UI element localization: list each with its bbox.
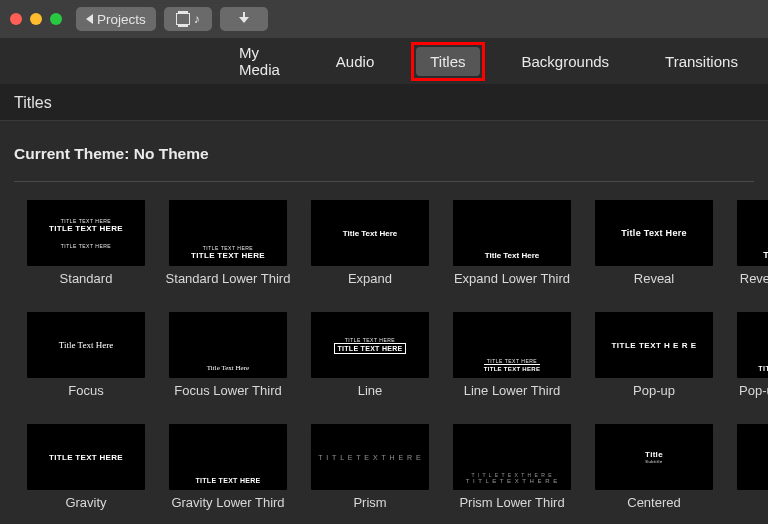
tab-backgrounds[interactable]: Backgrounds: [508, 47, 624, 76]
title-tile-reveal-lower-third[interactable]: Title Text Here Reveal Lower Third: [732, 200, 768, 302]
tile-caption: Reveal Lower Third: [740, 272, 768, 302]
tab-titles[interactable]: Titles: [416, 47, 479, 76]
section-title: Titles: [0, 84, 768, 121]
tile-caption: Pop-up: [633, 384, 675, 414]
title-tile-line-lower-third[interactable]: TITLE TEXT HERE TITLE TEXT HERE Line Low…: [448, 312, 576, 414]
title-tile-expand[interactable]: Title Text Here Expand: [306, 200, 434, 302]
window-titlebar: Projects ♪: [0, 0, 768, 38]
minimize-window-button[interactable]: [30, 13, 42, 25]
title-tile-reveal[interactable]: Title Text Here Reveal: [590, 200, 718, 302]
filmstrip-icon: [176, 13, 190, 25]
import-button[interactable]: [220, 7, 268, 31]
media-browser-button[interactable]: ♪: [164, 7, 212, 31]
tile-thumb: Title Subtitle: [595, 424, 713, 490]
title-tile-focus[interactable]: Title Text Here Focus: [22, 312, 150, 414]
tile-caption: Prism: [353, 496, 386, 524]
download-arrow-icon: [237, 12, 251, 26]
title-tile-popup[interactable]: TITLE TEXT H E R E Pop-up: [590, 312, 718, 414]
titles-grid: TITLE TEXT HERE TITLE TEXT HERE TITLE TE…: [0, 182, 768, 524]
title-tile-centered[interactable]: Title Subtitle Centered: [590, 424, 718, 524]
tile-thumb: TITLE TEXT HERE TITLE TEXT HERE: [169, 200, 287, 266]
tile-thumb: Title Text Here: [453, 200, 571, 266]
traffic-lights: [10, 13, 62, 25]
tile-caption: Line Lower Third: [464, 384, 561, 414]
back-button-label: Projects: [97, 12, 146, 27]
title-tile-lower[interactable]: Title Lower: [732, 424, 768, 524]
tile-caption: Prism Lower Third: [459, 496, 564, 524]
tile-thumb: TITLE TEXT HERE TITLE TEXT HERE TITLE TE…: [27, 200, 145, 266]
tile-thumb: Title Text Here: [737, 200, 768, 266]
tile-thumb: TITLE TEXT HERE: [27, 424, 145, 490]
tile-caption: Pop-up Lower Third: [739, 384, 768, 414]
tab-audio[interactable]: Audio: [322, 47, 388, 76]
title-tile-prism[interactable]: T I T L E T E X T H E R E Prism: [306, 424, 434, 524]
chevron-left-icon: [86, 14, 93, 24]
back-projects-button[interactable]: Projects: [76, 7, 156, 31]
close-window-button[interactable]: [10, 13, 22, 25]
tile-thumb: Title: [737, 424, 768, 490]
tile-caption: Standard: [60, 272, 113, 302]
content-tabbar: My Media Audio Titles Backgrounds Transi…: [0, 38, 768, 84]
fullscreen-window-button[interactable]: [50, 13, 62, 25]
tile-thumb: Title Text Here: [311, 200, 429, 266]
tile-caption: Focus: [68, 384, 103, 414]
title-tile-popup-lower-third[interactable]: TITLE TEXT H E R E Pop-up Lower Third: [732, 312, 768, 414]
tile-caption: Focus Lower Third: [174, 384, 281, 414]
tile-thumb: TITLE TEXT HERE: [169, 424, 287, 490]
tile-thumb: TITLE TEXT H E R E: [595, 312, 713, 378]
tile-thumb: TITLE TEXT HERE TITLE TEXT HERE: [453, 312, 571, 378]
tile-caption: Standard Lower Third: [166, 272, 291, 302]
music-note-icon: ♪: [194, 12, 200, 26]
theme-subheader: Current Theme: No Theme: [0, 121, 768, 181]
tile-caption: Line: [358, 384, 383, 414]
title-tile-standard-lower-third[interactable]: TITLE TEXT HERE TITLE TEXT HERE Standard…: [164, 200, 292, 302]
tile-caption: Expand: [348, 272, 392, 302]
title-tile-standard[interactable]: TITLE TEXT HERE TITLE TEXT HERE TITLE TE…: [22, 200, 150, 302]
tile-thumb: T I T L E T E X T H E R E T I T L E T E …: [453, 424, 571, 490]
title-tile-gravity-lower-third[interactable]: TITLE TEXT HERE Gravity Lower Third: [164, 424, 292, 524]
tile-thumb: Title Text Here: [169, 312, 287, 378]
tile-caption: Gravity Lower Third: [171, 496, 284, 524]
tile-thumb: TITLE TEXT HERE TITLE TEXT HERE: [311, 312, 429, 378]
title-tile-prism-lower-third[interactable]: T I T L E T E X T H E R E T I T L E T E …: [448, 424, 576, 524]
title-tile-line[interactable]: TITLE TEXT HERE TITLE TEXT HERE Line: [306, 312, 434, 414]
tile-caption: Centered: [627, 496, 680, 524]
title-tile-focus-lower-third[interactable]: Title Text Here Focus Lower Third: [164, 312, 292, 414]
tile-thumb: TITLE TEXT H E R E: [737, 312, 768, 378]
title-tile-gravity[interactable]: TITLE TEXT HERE Gravity: [22, 424, 150, 524]
tile-thumb: T I T L E T E X T H E R E: [311, 424, 429, 490]
tile-caption: Expand Lower Third: [454, 272, 570, 302]
tile-thumb: Title Text Here: [595, 200, 713, 266]
tile-thumb: Title Text Here: [27, 312, 145, 378]
tab-my-media[interactable]: My Media: [225, 38, 294, 84]
tile-caption: Reveal: [634, 272, 674, 302]
title-tile-expand-lower-third[interactable]: Title Text Here Expand Lower Third: [448, 200, 576, 302]
tile-caption: Gravity: [65, 496, 106, 524]
tab-transitions[interactable]: Transitions: [651, 47, 752, 76]
